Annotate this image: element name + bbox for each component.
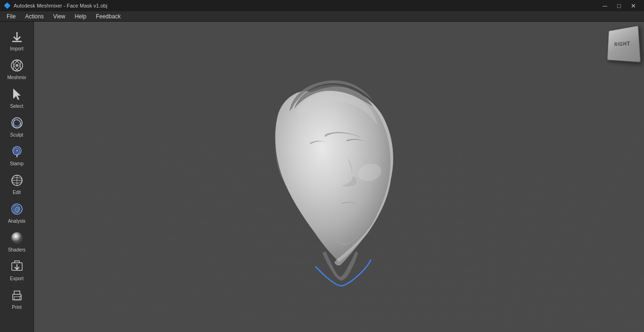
svg-line-45 xyxy=(543,116,644,332)
sidebar-item-analysis-label: Analysis xyxy=(8,219,25,224)
svg-line-33 xyxy=(72,309,644,323)
sidebar-item-analysis[interactable]: Analysis xyxy=(1,198,33,226)
menu-item-view[interactable]: View xyxy=(49,11,70,22)
nav-cube[interactable]: RIGHT xyxy=(605,27,638,60)
titlebar-left: 🔷 Autodesk Meshmixer - Face Mask v1.obj xyxy=(4,2,107,9)
svg-point-18 xyxy=(11,232,23,243)
import-icon xyxy=(8,28,25,45)
nav-cube-label: RIGHT xyxy=(614,40,630,47)
svg-point-11 xyxy=(16,150,18,152)
titlebar-title: Autodesk Meshmixer - Face Mask v1.obj xyxy=(14,3,107,8)
sidebar-item-edit-label: Edit xyxy=(13,190,21,195)
svg-marker-6 xyxy=(13,89,21,100)
sidebar-item-print-label: Print xyxy=(12,305,22,310)
sidebar-item-select-label: Select xyxy=(10,104,24,109)
sidebar-item-shaders[interactable]: Shaders xyxy=(1,227,33,254)
svg-line-44 xyxy=(524,116,600,332)
svg-line-42 xyxy=(487,116,505,332)
menubar: FileActionsViewHelpFeedback xyxy=(0,11,644,22)
sidebar: Import Meshmix Select xyxy=(0,22,34,332)
minimize-button[interactable]: ─ xyxy=(598,0,612,11)
nav-cube-face[interactable]: RIGHT xyxy=(607,25,641,62)
svg-line-41 xyxy=(458,116,468,332)
titlebar: 🔷 Autodesk Meshmixer - Face Mask v1.obj … xyxy=(0,0,644,11)
close-button[interactable]: ✕ xyxy=(626,0,640,11)
sidebar-item-import[interactable]: Import xyxy=(1,25,33,53)
svg-rect-22 xyxy=(14,297,20,300)
print-icon xyxy=(8,287,25,304)
sidebar-item-edit[interactable]: Edit xyxy=(1,169,33,197)
sidebar-item-sculpt[interactable]: Sculpt xyxy=(1,112,33,139)
select-icon xyxy=(8,86,25,103)
meshmix-icon xyxy=(8,57,25,74)
main-layout: Import Meshmix Select xyxy=(0,22,644,332)
sculpt-icon xyxy=(8,114,25,131)
titlebar-controls: ─ □ ✕ xyxy=(598,0,640,11)
maximize-button[interactable]: □ xyxy=(612,0,626,11)
sidebar-item-import-label: Import xyxy=(10,46,23,51)
svg-rect-23 xyxy=(20,296,21,297)
sidebar-item-stamp-label: Stamp xyxy=(10,161,24,166)
sidebar-item-export-label: Export xyxy=(10,276,24,281)
sidebar-item-meshmix[interactable]: Meshmix xyxy=(1,54,33,82)
shaders-icon xyxy=(8,229,25,246)
menu-item-file[interactable]: File xyxy=(2,11,20,22)
edit-icon xyxy=(8,172,25,189)
app-icon: 🔷 xyxy=(4,2,11,9)
sidebar-item-export[interactable]: Export xyxy=(1,255,33,283)
export-icon xyxy=(8,258,25,275)
viewport[interactable]: RIGHT xyxy=(34,22,644,332)
stamp-icon xyxy=(8,143,25,160)
sidebar-item-stamp[interactable]: Stamp xyxy=(1,140,33,168)
menu-item-help[interactable]: Help xyxy=(70,11,91,22)
svg-point-5 xyxy=(16,64,18,67)
menu-item-actions[interactable]: Actions xyxy=(20,11,48,22)
head-model xyxy=(254,64,424,290)
svg-line-32 xyxy=(72,290,644,309)
sidebar-item-select[interactable]: Select xyxy=(1,83,33,111)
sidebar-item-shaders-label: Shaders xyxy=(8,247,25,252)
svg-line-43 xyxy=(505,116,553,332)
sidebar-item-print[interactable]: Print xyxy=(1,284,33,312)
menu-item-feedback[interactable]: Feedback xyxy=(91,11,125,22)
sidebar-item-sculpt-label: Sculpt xyxy=(10,132,24,138)
sidebar-item-meshmix-label: Meshmix xyxy=(7,75,26,80)
analysis-icon xyxy=(8,201,25,218)
